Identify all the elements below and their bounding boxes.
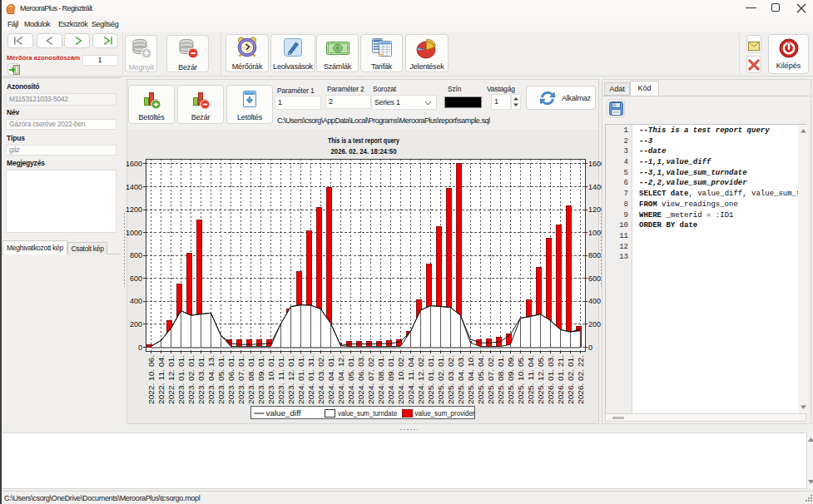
svg-text:2023. 04. 13.: 2023. 04. 13. bbox=[206, 355, 216, 404]
svg-text:1600: 1600 bbox=[126, 160, 142, 168]
svg-text:2024. 04. 01.: 2024. 04. 01. bbox=[326, 355, 335, 404]
svg-text:2025. 03. 02.: 2025. 03. 02. bbox=[446, 355, 455, 404]
svg-text:2023. 02. 01.: 2023. 02. 01. bbox=[186, 355, 196, 404]
svg-text:2025. 01. 01.: 2025. 01. 01. bbox=[426, 355, 435, 404]
svg-text:200: 200 bbox=[130, 320, 142, 329]
svg-text:2024. 09. 01.: 2024. 09. 01. bbox=[386, 355, 395, 404]
svg-text:2024. 01. 31.: 2024. 01. 31. bbox=[306, 355, 315, 404]
svg-text:2023. 11. 01.: 2023. 11. 01. bbox=[276, 355, 285, 404]
svg-text:2023. 08. 01.: 2023. 08. 01. bbox=[246, 355, 255, 404]
svg-text:2024. 10. 02.: 2024. 10. 02. bbox=[396, 355, 405, 404]
svg-text:2024. 11. 04.: 2024. 11. 04. bbox=[406, 355, 415, 404]
svg-text:2025. 12. 05.: 2025. 12. 05. bbox=[536, 355, 545, 404]
svg-text:2023. 07. 01.: 2023. 07. 01. bbox=[236, 355, 245, 404]
svg-text:800: 800 bbox=[130, 251, 142, 259]
svg-text:2025. 05. 04.: 2025. 05. 04. bbox=[476, 355, 485, 404]
svg-text:2024. 05. 01.: 2024. 05. 01. bbox=[346, 355, 355, 404]
svg-text:2025. 11. 04.: 2025. 11. 04. bbox=[526, 355, 535, 404]
svg-text:2025. 07. 02.: 2025. 07. 02. bbox=[486, 355, 495, 404]
svg-text:2023. 10. 01.: 2023. 10. 01. bbox=[266, 355, 275, 404]
svg-text:2023. 09. 01.: 2023. 09. 01. bbox=[256, 355, 265, 404]
svg-text:value_diff: value_diff bbox=[266, 409, 302, 418]
svg-text:1200: 1200 bbox=[126, 205, 142, 214]
svg-text:2025. 02. 01.: 2025. 02. 01. bbox=[436, 355, 445, 404]
svg-text:400: 400 bbox=[588, 297, 601, 305]
svg-text:2026. 01. 21.: 2026. 01. 21. bbox=[556, 355, 565, 404]
svg-text:value_sum_turndate: value_sum_turndate bbox=[338, 409, 397, 418]
svg-text:2025. 04. 03.: 2025. 04. 03. bbox=[456, 355, 465, 404]
svg-text:2026. 02. 22.: 2026. 02. 22. bbox=[576, 355, 585, 404]
svg-text:2023. 01. 01.: 2023. 01. 01. bbox=[176, 355, 186, 404]
svg-text:2025. 04. 10.: 2025. 04. 10. bbox=[466, 355, 475, 404]
svg-text:This is a test report query: This is a test report query bbox=[328, 136, 400, 145]
svg-text:value_sum_provider: value_sum_provider bbox=[415, 409, 475, 418]
svg-text:2024. 07. 02.: 2024. 07. 02. bbox=[366, 355, 375, 404]
svg-text:2023. 06. 01.: 2023. 06. 01. bbox=[226, 355, 235, 404]
svg-text:2022. 11. 04.: 2022. 11. 04. bbox=[156, 355, 166, 404]
svg-text:2025. 08. 01.: 2025. 08. 01. bbox=[496, 355, 505, 404]
svg-text:1000: 1000 bbox=[126, 229, 142, 237]
svg-text:200: 200 bbox=[588, 320, 601, 329]
svg-text:2024. 08. 01.: 2024. 08. 01. bbox=[376, 355, 385, 404]
svg-text:0: 0 bbox=[138, 343, 142, 352]
svg-text:2024. 04. 12.: 2024. 04. 12. bbox=[336, 355, 345, 404]
svg-text:2023. 12. 01.: 2023. 12. 01. bbox=[286, 355, 295, 404]
svg-text:2023. 05. 01.: 2023. 05. 01. bbox=[216, 355, 226, 404]
svg-text:2022. 12. 01.: 2022. 12. 01. bbox=[166, 355, 176, 404]
svg-text:2024. 01. 01.: 2024. 01. 01. bbox=[296, 355, 305, 404]
svg-text:2024. 03. 02.: 2024. 03. 02. bbox=[316, 355, 325, 404]
svg-text:2026. 02. 24. 18:24:50: 2026. 02. 24. 18:24:50 bbox=[331, 146, 397, 156]
svg-text:2024. 12. 02.: 2024. 12. 02. bbox=[416, 355, 425, 404]
svg-text:2022. 10. 06.: 2022. 10. 06. bbox=[146, 355, 156, 404]
svg-text:2024. 06. 03.: 2024. 06. 03. bbox=[356, 355, 365, 404]
svg-text:0: 0 bbox=[588, 343, 592, 352]
svg-text:2023. 03. 01.: 2023. 03. 01. bbox=[196, 355, 206, 404]
svg-text:2026. 01. 03.: 2026. 01. 03. bbox=[546, 355, 555, 404]
svg-text:2025. 10. 05.: 2025. 10. 05. bbox=[516, 355, 525, 404]
svg-text:2025. 09. 09.: 2025. 09. 09. bbox=[506, 355, 515, 404]
svg-text:400: 400 bbox=[130, 297, 142, 305]
svg-text:1400: 1400 bbox=[126, 183, 142, 191]
svg-text:2026. 02. 01.: 2026. 02. 01. bbox=[566, 355, 575, 404]
svg-text:600: 600 bbox=[130, 274, 142, 283]
